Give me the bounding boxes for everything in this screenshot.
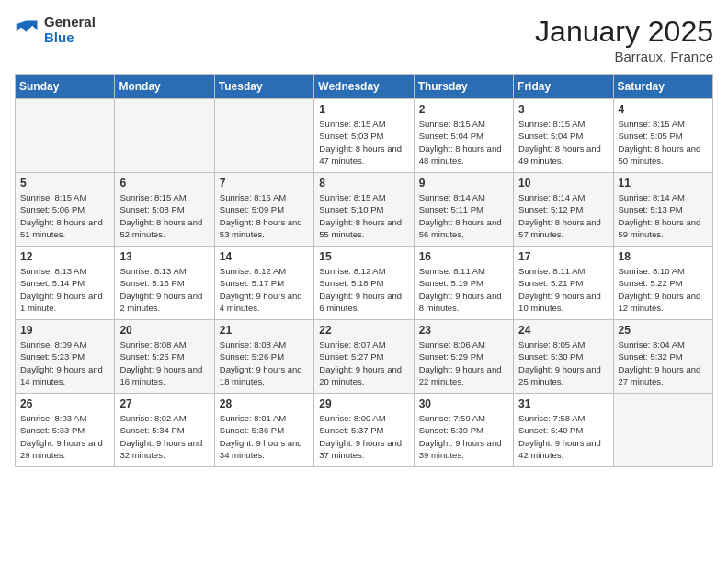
day-cell: 21Sunrise: 8:08 AM Sunset: 5:26 PM Dayli… bbox=[214, 320, 313, 394]
day-number: 25 bbox=[619, 324, 708, 337]
day-info: Sunrise: 8:11 AM Sunset: 5:19 PM Dayligh… bbox=[419, 265, 508, 314]
day-number: 27 bbox=[119, 397, 209, 410]
day-info: Sunrise: 8:12 AM Sunset: 5:18 PM Dayligh… bbox=[319, 265, 408, 314]
day-info: Sunrise: 8:13 AM Sunset: 5:16 PM Dayligh… bbox=[119, 265, 209, 314]
day-number: 7 bbox=[220, 177, 309, 190]
weekday-header-saturday: Saturday bbox=[613, 75, 712, 99]
week-row-2: 5Sunrise: 8:15 AM Sunset: 5:06 PM Daylig… bbox=[16, 173, 713, 247]
day-number: 30 bbox=[419, 397, 508, 410]
day-info: Sunrise: 8:07 AM Sunset: 5:27 PM Dayligh… bbox=[319, 339, 408, 387]
day-info: Sunrise: 8:05 AM Sunset: 5:30 PM Dayligh… bbox=[518, 339, 608, 387]
day-cell bbox=[613, 394, 712, 467]
day-info: Sunrise: 8:15 AM Sunset: 5:06 PM Dayligh… bbox=[20, 191, 109, 240]
day-number: 2 bbox=[419, 103, 508, 116]
day-cell bbox=[16, 99, 115, 173]
day-info: Sunrise: 8:15 AM Sunset: 5:03 PM Dayligh… bbox=[319, 118, 408, 167]
logo: General Blue bbox=[15, 15, 96, 45]
logo-blue-text: Blue bbox=[44, 30, 96, 46]
logo-general-text: General bbox=[44, 15, 96, 30]
day-info: Sunrise: 8:09 AM Sunset: 5:23 PM Dayligh… bbox=[20, 339, 109, 387]
day-number: 15 bbox=[319, 250, 408, 263]
day-cell: 17Sunrise: 8:11 AM Sunset: 5:21 PM Dayli… bbox=[514, 247, 613, 320]
day-cell: 11Sunrise: 8:14 AM Sunset: 5:13 PM Dayli… bbox=[613, 173, 712, 247]
day-info: Sunrise: 8:15 AM Sunset: 5:05 PM Dayligh… bbox=[619, 118, 708, 167]
day-number: 12 bbox=[20, 250, 109, 263]
day-number: 24 bbox=[518, 324, 608, 337]
day-cell: 2Sunrise: 8:15 AM Sunset: 5:04 PM Daylig… bbox=[414, 99, 513, 173]
day-number: 23 bbox=[419, 324, 508, 337]
day-number: 29 bbox=[319, 397, 408, 410]
day-cell: 4Sunrise: 8:15 AM Sunset: 5:05 PM Daylig… bbox=[613, 99, 712, 173]
day-info: Sunrise: 8:15 AM Sunset: 5:04 PM Dayligh… bbox=[419, 118, 508, 167]
day-info: Sunrise: 8:12 AM Sunset: 5:17 PM Dayligh… bbox=[220, 265, 309, 314]
day-cell: 9Sunrise: 8:14 AM Sunset: 5:11 PM Daylig… bbox=[414, 173, 513, 247]
day-info: Sunrise: 8:03 AM Sunset: 5:33 PM Dayligh… bbox=[20, 412, 109, 461]
weekday-header-tuesday: Tuesday bbox=[214, 75, 313, 99]
day-info: Sunrise: 8:08 AM Sunset: 5:25 PM Dayligh… bbox=[119, 339, 209, 387]
day-number: 3 bbox=[518, 103, 608, 116]
header: General Blue January 2025 Barraux, Franc… bbox=[15, 15, 713, 64]
day-cell: 28Sunrise: 8:01 AM Sunset: 5:36 PM Dayli… bbox=[214, 394, 313, 467]
day-number: 8 bbox=[319, 177, 408, 190]
day-cell: 10Sunrise: 8:14 AM Sunset: 5:12 PM Dayli… bbox=[514, 173, 613, 247]
day-number: 19 bbox=[20, 324, 109, 337]
day-info: Sunrise: 8:08 AM Sunset: 5:26 PM Dayligh… bbox=[220, 339, 309, 387]
day-number: 17 bbox=[518, 250, 608, 263]
day-cell: 29Sunrise: 8:00 AM Sunset: 5:37 PM Dayli… bbox=[314, 394, 414, 467]
day-info: Sunrise: 8:14 AM Sunset: 5:13 PM Dayligh… bbox=[619, 191, 708, 240]
day-info: Sunrise: 8:14 AM Sunset: 5:12 PM Dayligh… bbox=[518, 191, 608, 240]
day-cell: 3Sunrise: 8:15 AM Sunset: 5:04 PM Daylig… bbox=[514, 99, 613, 173]
day-info: Sunrise: 7:59 AM Sunset: 5:39 PM Dayligh… bbox=[419, 412, 508, 461]
day-number: 6 bbox=[119, 177, 209, 190]
day-number: 16 bbox=[419, 250, 508, 263]
day-cell: 16Sunrise: 8:11 AM Sunset: 5:19 PM Dayli… bbox=[414, 247, 513, 320]
day-number: 14 bbox=[220, 250, 309, 263]
day-cell: 5Sunrise: 8:15 AM Sunset: 5:06 PM Daylig… bbox=[16, 173, 115, 247]
day-number: 21 bbox=[220, 324, 309, 337]
week-row-1: 1Sunrise: 8:15 AM Sunset: 5:03 PM Daylig… bbox=[16, 99, 713, 173]
weekday-header-row: SundayMondayTuesdayWednesdayThursdayFrid… bbox=[16, 75, 713, 99]
day-cell bbox=[115, 99, 214, 173]
day-number: 10 bbox=[518, 177, 608, 190]
day-cell: 15Sunrise: 8:12 AM Sunset: 5:18 PM Dayli… bbox=[314, 247, 414, 320]
day-info: Sunrise: 8:15 AM Sunset: 5:08 PM Dayligh… bbox=[119, 191, 209, 240]
day-number: 1 bbox=[319, 103, 408, 116]
day-cell: 20Sunrise: 8:08 AM Sunset: 5:25 PM Dayli… bbox=[115, 320, 214, 394]
day-info: Sunrise: 8:10 AM Sunset: 5:22 PM Dayligh… bbox=[619, 265, 708, 314]
weekday-header-friday: Friday bbox=[514, 75, 613, 99]
day-cell: 25Sunrise: 8:04 AM Sunset: 5:32 PM Dayli… bbox=[613, 320, 712, 394]
day-number: 20 bbox=[119, 324, 209, 337]
day-info: Sunrise: 8:06 AM Sunset: 5:29 PM Dayligh… bbox=[419, 339, 508, 387]
svg-marker-0 bbox=[17, 20, 38, 31]
day-cell bbox=[214, 99, 313, 173]
calendar-subtitle: Barraux, France bbox=[535, 49, 713, 64]
day-cell: 30Sunrise: 7:59 AM Sunset: 5:39 PM Dayli… bbox=[414, 394, 513, 467]
day-cell: 23Sunrise: 8:06 AM Sunset: 5:29 PM Dayli… bbox=[414, 320, 513, 394]
day-info: Sunrise: 8:15 AM Sunset: 5:10 PM Dayligh… bbox=[319, 191, 408, 240]
day-cell: 8Sunrise: 8:15 AM Sunset: 5:10 PM Daylig… bbox=[314, 173, 414, 247]
weekday-header-thursday: Thursday bbox=[414, 75, 513, 99]
day-info: Sunrise: 8:15 AM Sunset: 5:09 PM Dayligh… bbox=[220, 191, 309, 240]
day-cell: 22Sunrise: 8:07 AM Sunset: 5:27 PM Dayli… bbox=[314, 320, 414, 394]
day-number: 31 bbox=[518, 397, 608, 410]
day-info: Sunrise: 8:00 AM Sunset: 5:37 PM Dayligh… bbox=[319, 412, 408, 461]
day-cell: 6Sunrise: 8:15 AM Sunset: 5:08 PM Daylig… bbox=[115, 173, 214, 247]
day-cell: 13Sunrise: 8:13 AM Sunset: 5:16 PM Dayli… bbox=[115, 247, 214, 320]
week-row-5: 26Sunrise: 8:03 AM Sunset: 5:33 PM Dayli… bbox=[16, 394, 713, 467]
day-number: 5 bbox=[20, 177, 109, 190]
day-cell: 31Sunrise: 7:58 AM Sunset: 5:40 PM Dayli… bbox=[514, 394, 613, 467]
week-row-4: 19Sunrise: 8:09 AM Sunset: 5:23 PM Dayli… bbox=[16, 320, 713, 394]
day-info: Sunrise: 8:13 AM Sunset: 5:14 PM Dayligh… bbox=[20, 265, 109, 314]
day-cell: 27Sunrise: 8:02 AM Sunset: 5:34 PM Dayli… bbox=[115, 394, 214, 467]
day-cell: 18Sunrise: 8:10 AM Sunset: 5:22 PM Dayli… bbox=[613, 247, 712, 320]
day-number: 4 bbox=[619, 103, 708, 116]
day-cell: 19Sunrise: 8:09 AM Sunset: 5:23 PM Dayli… bbox=[16, 320, 115, 394]
day-number: 18 bbox=[619, 250, 708, 263]
day-cell: 14Sunrise: 8:12 AM Sunset: 5:17 PM Dayli… bbox=[214, 247, 313, 320]
day-cell: 1Sunrise: 8:15 AM Sunset: 5:03 PM Daylig… bbox=[314, 99, 414, 173]
day-info: Sunrise: 8:02 AM Sunset: 5:34 PM Dayligh… bbox=[119, 412, 209, 461]
week-row-3: 12Sunrise: 8:13 AM Sunset: 5:14 PM Dayli… bbox=[16, 247, 713, 320]
day-number: 28 bbox=[220, 397, 309, 410]
day-info: Sunrise: 7:58 AM Sunset: 5:40 PM Dayligh… bbox=[518, 412, 608, 461]
logo-icon bbox=[15, 17, 40, 43]
